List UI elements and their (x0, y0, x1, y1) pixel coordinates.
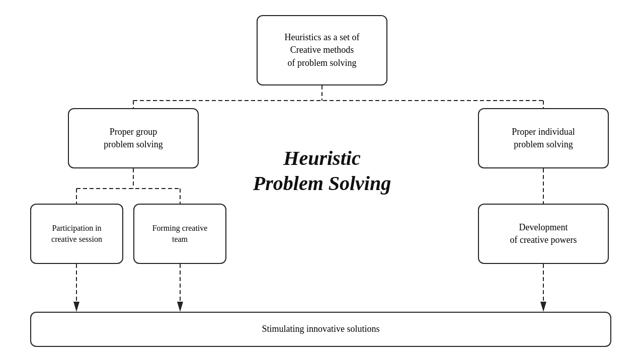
svg-marker-10 (73, 302, 79, 312)
box-right-label: Proper individual problem solving (512, 126, 575, 151)
svg-marker-14 (540, 302, 546, 312)
diagram: Heuristics as a set of Creative methods … (0, 0, 644, 362)
box-top-label: Heuristics as a set of Creative methods … (285, 31, 360, 69)
box-bottom-label: Stimulating innovative solutions (262, 323, 380, 335)
box-ll-label: Participation in creative session (51, 223, 102, 245)
box-rl: Development of creative powers (478, 204, 609, 264)
center-title-text: Heuristic Problem Solving (253, 147, 391, 195)
center-title: Heuristic Problem Solving (221, 146, 423, 196)
box-lr-label: Forming creative team (152, 223, 208, 245)
box-rl-label: Development of creative powers (510, 221, 577, 246)
box-ll: Participation in creative session (30, 204, 123, 264)
box-top: Heuristics as a set of Creative methods … (257, 15, 387, 85)
box-right: Proper individual problem solving (478, 108, 609, 168)
box-lr: Forming creative team (133, 204, 226, 264)
box-left: Proper group problem solving (68, 108, 199, 168)
box-bottom: Stimulating innovative solutions (30, 312, 611, 347)
box-left-label: Proper group problem solving (104, 126, 163, 151)
svg-marker-12 (177, 302, 183, 312)
